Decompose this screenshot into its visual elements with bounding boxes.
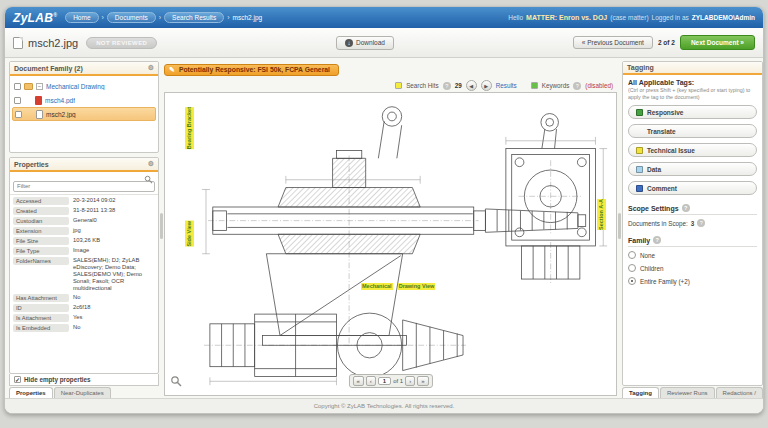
tag-technical-issue[interactable]: Technical Issue <box>628 143 757 157</box>
tag-comment[interactable]: Comment <box>628 181 757 195</box>
hide-empty-properties[interactable]: ✓ Hide empty properties <box>9 374 159 386</box>
breadcrumb-search-results[interactable]: Search Results <box>164 12 224 23</box>
tagging-title: Tagging <box>627 64 654 71</box>
footer: Copyright © ZyLAB Technologies. All righ… <box>5 398 763 413</box>
search-hits-label: Search Hits <box>406 82 439 89</box>
last-page-button[interactable]: » <box>417 376 428 386</box>
tab-near-duplicates[interactable]: Near-Duplicates <box>54 387 111 398</box>
document-position: 2 of 2 <box>658 39 675 46</box>
breadcrumb-home[interactable]: Home <box>65 12 98 23</box>
property-row: Accessed20-3-2014 09:02 <box>13 197 155 205</box>
scope-option-children[interactable]: Children <box>628 264 757 272</box>
previous-document-button[interactable]: « Previous Document <box>573 36 653 49</box>
results-link[interactable]: Results <box>496 82 517 89</box>
document-viewer[interactable]: Bearing Bracket Side View Section A-A Me… <box>164 92 617 396</box>
status-badge: NOT REVIEWED <box>86 37 157 49</box>
tag-color-swatch <box>636 147 643 154</box>
zylab-logo: ZyLAB® <box>13 11 57 25</box>
all-applicable-tags-title: All Applicable Tags: <box>628 79 757 86</box>
zoom-icon[interactable] <box>170 375 182 387</box>
first-page-button[interactable]: « <box>352 376 363 386</box>
properties-filter-input[interactable] <box>13 181 155 192</box>
documents-in-scope-label: Documents in Scope: <box>628 220 688 227</box>
current-page[interactable]: 1 <box>378 377 391 385</box>
next-page-button[interactable]: › <box>405 376 415 386</box>
checkbox[interactable] <box>15 111 22 118</box>
tree-item-msch2-selected[interactable]: msch2.jpg <box>12 107 156 121</box>
help-icon[interactable]: ? <box>682 204 690 212</box>
document-family-panel: Document Family (2) ⚙ − Mechanical Drawi… <box>9 61 159 153</box>
help-icon[interactable]: ? <box>573 82 581 90</box>
property-row: Has AttachmentNo <box>13 294 155 302</box>
collapse-icon[interactable]: − <box>36 83 43 90</box>
tree-item-label[interactable]: msch2.jpg <box>46 111 76 118</box>
document-title: msch2.jpg <box>28 37 78 49</box>
radio-icon-selected[interactable] <box>628 277 636 285</box>
checkbox-checked[interactable]: ✓ <box>14 376 21 383</box>
document-icon <box>13 37 23 49</box>
tree-item-label[interactable]: Mechanical Drawing <box>46 83 105 90</box>
property-row: Is EmbeddedNo <box>13 324 155 332</box>
gear-icon[interactable]: ⚙ <box>148 64 154 72</box>
family-scope-label: Family <box>628 237 650 244</box>
next-document-button[interactable]: Next Document » <box>680 35 755 50</box>
help-icon[interactable]: ? <box>697 219 705 227</box>
property-row: Extensionjpg <box>13 227 155 235</box>
radio-icon[interactable] <box>628 251 636 259</box>
scope-option-entire-family[interactable]: Entire Family (+2) <box>628 277 757 285</box>
panel-splitter[interactable] <box>617 61 622 398</box>
property-row: FolderNamesSALES(EMH); DJ; ZyLAB eDiscov… <box>13 257 155 292</box>
checkbox[interactable] <box>14 83 21 90</box>
matter-name[interactable]: MATTER: Enron vs. DOJ <box>526 14 607 21</box>
download-button[interactable]: ↓ Download <box>336 36 394 50</box>
tab-properties[interactable]: Properties <box>9 387 53 398</box>
tagging-panel: Tagging All Applicable Tags: (Ctrl or pr… <box>622 61 763 386</box>
responsive-tag-banner[interactable]: ✎ Potentially Responsive: FSI 50k, FCPA … <box>164 64 339 76</box>
checkbox[interactable] <box>14 97 21 104</box>
logged-in-label: Logged in as <box>652 14 689 21</box>
tree-item-parent[interactable]: − Mechanical Drawing <box>12 79 156 93</box>
folder-icon <box>24 83 33 90</box>
scope-option-none[interactable]: None <box>628 251 757 259</box>
next-hit-button[interactable]: ▶ <box>481 80 492 91</box>
help-icon[interactable]: ? <box>443 82 451 90</box>
matter-suffix: (case matter) <box>610 14 648 21</box>
family-tree: − Mechanical Drawing msch4.pdf msch2.jpg <box>10 76 158 124</box>
username[interactable]: ZYLABDEMO\Admin <box>692 14 755 21</box>
pdf-icon <box>35 96 42 105</box>
tag-translate[interactable]: Translate <box>628 124 757 138</box>
search-icon[interactable] <box>144 175 153 184</box>
breadcrumb-documents[interactable]: Documents <box>107 12 156 23</box>
tag-data[interactable]: Data <box>628 162 757 176</box>
image-file-icon <box>36 110 43 119</box>
tree-item-msch4[interactable]: msch4.pdf <box>12 93 156 107</box>
page-of-label: of 1 <box>393 378 403 384</box>
ocr-hit-highlight: Side View <box>185 221 194 247</box>
keywords-label: Keywords <box>542 82 570 89</box>
tab-tagging[interactable]: Tagging <box>622 387 659 398</box>
properties-title: Properties <box>14 161 49 168</box>
tags-help-text: (Ctrl or press Shift + (key specified or… <box>628 87 757 100</box>
tag-color-swatch <box>636 109 643 116</box>
radio-icon[interactable] <box>628 264 636 272</box>
tag-responsive[interactable]: Responsive <box>628 105 757 119</box>
copyright-text: Copyright © ZyLAB Technologies. All righ… <box>314 403 455 409</box>
ocr-hit-highlight: Section A-A <box>597 199 606 230</box>
right-panel-tabs: Tagging Reviewer Runs Redactions / <box>622 387 763 398</box>
help-icon[interactable]: ? <box>653 236 661 244</box>
property-row: Created31-8-2011 13:38 <box>13 207 155 215</box>
tab-redactions[interactable]: Redactions / <box>716 387 763 398</box>
hello-label: Hello <box>508 14 523 21</box>
tree-item-label[interactable]: msch4.pdf <box>45 97 75 104</box>
properties-list: Accessed20-3-2014 09:02 Created31-8-2011… <box>10 195 158 373</box>
top-navigation-bar: ZyLAB® Home › Documents › Search Results… <box>5 7 763 28</box>
ocr-hit-highlight: Bearing Bracket <box>185 107 194 149</box>
scope-settings-title: Scope Settings <box>628 205 679 212</box>
tag-color-swatch <box>636 185 643 192</box>
viewer-column: ✎ Potentially Responsive: FSI 50k, FCPA … <box>164 61 617 398</box>
tab-reviewer-runs[interactable]: Reviewer Runs <box>660 387 715 398</box>
previous-hit-button[interactable]: ◀ <box>466 80 477 91</box>
previous-page-button[interactable]: ‹ <box>366 376 376 386</box>
technical-drawing <box>169 97 612 391</box>
gear-icon[interactable]: ⚙ <box>148 160 154 168</box>
